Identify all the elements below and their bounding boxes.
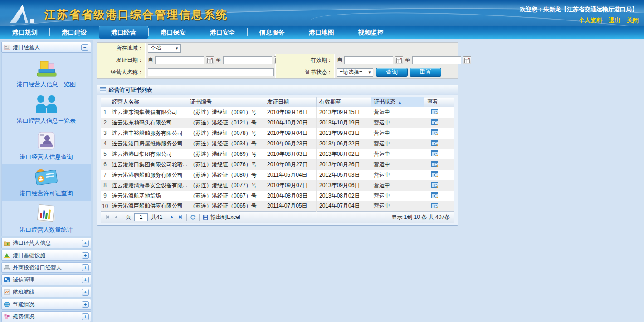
last-page-button[interactable] [178,214,183,220]
accordion-label: 港口基础设施 [13,252,45,259]
table-row[interactable]: 10 连云港海巨船舶供应有限公司 （苏连）港经证（0065）号 2011年07月… [101,201,454,212]
table-row[interactable]: 2 连云港东粮码头有限公司 （苏连）港经证（0121）号 2010年10月20日… [101,118,454,128]
search-button[interactable]: 查询 [376,68,408,77]
expand-button[interactable]: + [82,313,89,320]
sidebar-item-operator-statistics[interactable]: 港口经营人数量统计 [2,201,91,237]
accordion-port-infrastructure[interactable]: 港口基础设施 + [1,250,91,261]
sidebar-item-operator-info-query[interactable]: 港口经营人信息查询 [2,128,91,164]
accordion-foreign-invested-operators[interactable]: 外商投资港口经营人 + [1,262,91,273]
export-excel-button[interactable]: 输出到Excel [203,213,240,221]
operator-name-input[interactable] [148,68,274,76]
accordion-fees[interactable]: 规费情况 + [1,311,91,322]
table-row[interactable]: 3 连云港丰裕船舶服务有限公司 （苏连）港经证（0078）号 2010年09月0… [101,128,454,139]
cert-status-cell: 营运中 [371,159,424,170]
app-logo-icon [7,2,41,24]
logout-link[interactable]: 退出 [609,16,620,25]
accordion-label: 航班航线 [13,288,34,296]
tab-port-planning[interactable]: 港口规划 [0,26,49,39]
table-row[interactable]: 4 连云港港口房屋维修服务公司 （苏连）港经证（0034）号 2010年06月2… [101,139,454,149]
calendar-button[interactable] [463,56,471,64]
tab-port-map[interactable]: 港口地图 [297,26,346,39]
view-button[interactable] [431,109,438,114]
view-icon [431,171,438,177]
sidebar-item-operator-overview-table[interactable]: 港口经营人信息一览表 [2,92,91,128]
sidebar-item-license-query[interactable]: 港口经营许可证查询 [2,164,91,201]
close-link[interactable]: 关闭 [627,16,639,25]
operator-name-cell: 连云港港腾船舶服务有限公司 [109,170,187,180]
tab-port-security[interactable]: 港口保安 [148,26,198,39]
row-number: 7 [101,170,109,180]
filler-cell [445,139,454,149]
tab-video-monitor[interactable]: 视频监控 [346,26,395,39]
table-row[interactable]: 8 连云港港湾海事安全设备有限... （苏连）港经证（0077）号 2010年0… [101,180,454,191]
issue-date-cell: 2011年07月05日 [264,201,317,212]
expand-button[interactable]: + [82,301,89,308]
collapse-button[interactable]: − [81,44,88,51]
expand-button[interactable]: + [82,240,89,247]
expand-button[interactable]: + [82,289,89,296]
view-button[interactable] [431,150,438,156]
issue-date-to-input[interactable] [223,56,272,64]
view-button[interactable] [431,182,438,188]
view-button[interactable] [431,119,438,125]
accordion-operator-info[interactable]: 港口经营人信息 + [1,238,91,248]
expand-button[interactable]: + [82,252,89,259]
tab-port-safety[interactable]: 港口安全 [198,26,247,39]
cert-status-select[interactable]: =请选择= [337,68,373,77]
accordion-integrity-management[interactable]: 诚信管理 + [1,274,91,285]
calendar-button[interactable] [395,56,403,64]
tab-info-service[interactable]: 信息服务 [247,26,297,39]
reset-button[interactable]: 重置 [410,68,441,77]
table-row[interactable]: 9 连云港海航基地货场 （苏连）港经证（0067）号 2010年08月03日 2… [101,191,454,201]
col-cert-status-sorted[interactable]: 证书状态▲ [371,97,424,107]
issue-date-cell: 2010年08月27日 [264,159,317,170]
accordion-energy-saving[interactable]: 节能情况 + [1,299,91,310]
calendar-button[interactable] [206,56,214,64]
col-valid-until[interactable]: 有效期至 [317,97,371,107]
issue-date-from-input[interactable] [155,56,204,64]
sidebar-item-label: 港口经营许可证查询 [20,189,73,198]
view-button[interactable] [431,140,438,146]
cert-status-cell: 营运中 [371,191,424,201]
prev-page-button[interactable] [113,214,119,220]
tab-port-construction[interactable]: 港口建设 [49,26,99,39]
filler-cell [445,128,454,139]
table-row[interactable]: 1 连云港东鸿集装箱有限公司 （苏连）港经证（0091）号 2010年09月16… [101,107,454,118]
expand-button[interactable]: + [82,277,89,283]
table-row[interactable]: 6 连云港港口集团有限公司轮驳... （苏连）港经证（0076）号 2010年0… [101,159,454,170]
sidebar-item-operator-overview-map[interactable]: 港口经营人信息一览图 [2,55,91,92]
accordion-flight-routes[interactable]: 航班航线 + [1,287,91,297]
issue-date-cell: 2010年06月23日 [264,139,317,149]
tab-port-operation[interactable]: 港口经营 [99,26,148,39]
table-row[interactable]: 5 连云港港口集团有限公司 （苏连）港经证（0069）号 2010年08月03日… [101,149,454,159]
sidebar-panel-header-port-operator[interactable]: 港口经营人 − [1,42,91,53]
cert-status-cell: 营运中 [371,180,424,191]
valid-until-cell: 2013年09月06日 [317,180,371,191]
view-button[interactable] [431,129,438,135]
certificate-list-panel: 经营许可证书列表 经营人名称 证书编号 [97,85,458,226]
col-cert-number[interactable]: 证书编号 [187,97,264,107]
expand-button[interactable]: + [82,264,89,271]
row-number: 2 [101,118,109,128]
page-number-input[interactable] [134,213,148,221]
filter-row-dates: 发证日期： 自 [97,54,458,66]
validity-from-input[interactable] [344,56,393,64]
filler-cell [445,170,454,180]
col-issue-date[interactable]: 发证日期 [264,97,317,107]
contact-card-icon [37,131,56,150]
profile-link[interactable]: 个人资料 [579,16,602,25]
table-row[interactable]: 7 连云港港腾船舶服务有限公司 （苏连）港经证（0080）号 2011年05月0… [101,170,454,180]
region-select[interactable]: 全省 [148,44,181,53]
view-button[interactable] [431,203,438,208]
refresh-button[interactable] [190,214,196,220]
col-operator-name[interactable]: 经营人名称 [109,97,187,107]
col-view: 查看 [424,97,445,107]
first-page-button[interactable] [105,214,110,220]
validity-to-input[interactable] [412,56,461,64]
view-icon [431,140,438,146]
view-button[interactable] [431,171,438,177]
view-button[interactable] [431,161,438,167]
from-label: 自 [337,56,342,64]
view-button[interactable] [431,192,438,198]
next-page-button[interactable] [169,214,175,220]
